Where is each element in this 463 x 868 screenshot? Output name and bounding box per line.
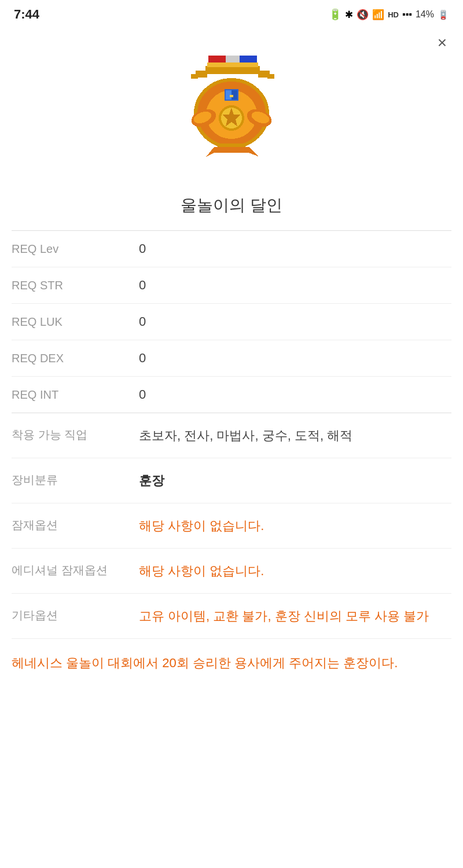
status-time: 7:44 [14, 7, 39, 22]
additional-potential-row: 에디셔널 잠재옵션 해당 사항이 없습니다. [12, 549, 451, 594]
svg-rect-4 [207, 62, 258, 67]
stat-label-lev: REQ Lev [12, 242, 139, 256]
svg-rect-6 [191, 74, 198, 79]
stat-value-lev: 0 [139, 241, 146, 256]
svg-rect-8 [267, 74, 274, 79]
item-title: 울놀이의 달인 [0, 189, 463, 230]
stat-label-int: REQ INT [12, 388, 139, 402]
additional-potential-label: 에디셔널 잠재옵션 [12, 561, 139, 578]
stat-value-luk: 0 [139, 314, 146, 329]
close-button[interactable]: × [438, 35, 447, 51]
equip-jobs-row: 착용 가능 직업 초보자, 전사, 마법사, 궁수, 도적, 해적 [12, 413, 451, 458]
other-options-row: 기타옵션 고유 아이템, 교환 불가, 훈장 신비의 모루 사용 불가 [12, 594, 451, 639]
svg-rect-24 [214, 147, 249, 153]
stat-row-lev: REQ Lev 0 [12, 231, 451, 267]
stat-value-dex: 0 [139, 351, 146, 366]
equip-jobs-value: 초보자, 전사, 마법사, 궁수, 도적, 해적 [139, 426, 451, 445]
signal-icon: ▪▪▪ [402, 9, 412, 20]
wifi-icon: 📶 [372, 9, 384, 21]
equipment-type-label: 장비분류 [12, 471, 139, 488]
stat-value-int: 0 [139, 387, 146, 402]
equip-jobs-label: 착용 가능 직업 [12, 426, 139, 443]
status-icons: 🔋 ✱ 🔇 📶 HD ▪▪▪ 14% 🪫 [329, 8, 449, 21]
bottom-description: 헤네시스 울놀이 대회에서 20회 승리한 용사에게 주어지는 훈장이다. [0, 639, 463, 696]
status-bar: 7:44 🔋 ✱ 🔇 📶 HD ▪▪▪ 14% 🪫 [0, 0, 463, 27]
potential-value: 해당 사항이 없습니다. [139, 516, 451, 535]
stat-label-dex: REQ DEX [12, 352, 139, 365]
hd-label: HD [388, 10, 399, 19]
battery-icon: 🔋 [329, 8, 341, 21]
stat-row-int: REQ INT 0 [12, 377, 451, 413]
bluetooth-icon: ✱ [345, 9, 353, 21]
stat-row-dex: REQ DEX 0 [12, 340, 451, 377]
additional-potential-value: 해당 사항이 없습니다. [139, 561, 451, 580]
battery-pct: 14% [416, 9, 434, 20]
stat-label-luk: REQ LUK [12, 315, 139, 329]
potential-row: 잠재옵션 해당 사항이 없습니다. [12, 503, 451, 549]
other-options-value: 고유 아이템, 교환 불가, 훈장 신비의 모루 사용 불가 [139, 606, 451, 626]
stat-row-str: REQ STR 0 [12, 267, 451, 304]
mute-icon: 🔇 [357, 9, 369, 21]
stat-row-luk: REQ LUK 0 [12, 304, 451, 340]
equipment-type-row: 장비분류 훈장 [12, 458, 451, 503]
equipment-type-value: 훈장 [139, 471, 451, 490]
info-section: 착용 가능 직업 초보자, 전사, 마법사, 궁수, 도적, 해적 장비분류 훈… [0, 413, 463, 639]
svg-marker-26 [249, 147, 259, 157]
item-image [174, 50, 289, 177]
svg-rect-15 [230, 95, 233, 97]
other-options-label: 기타옵션 [12, 606, 139, 623]
description-text: 헤네시스 울놀이 대회에서 20회 승리한 용사에게 주어지는 훈장이다. [12, 653, 451, 673]
potential-label: 잠재옵션 [12, 516, 139, 533]
svg-marker-25 [206, 147, 214, 157]
stat-label-str: REQ STR [12, 279, 139, 292]
item-image-area [0, 27, 463, 189]
battery-bar: 🪫 [438, 9, 449, 20]
svg-rect-3 [205, 66, 260, 74]
stats-section: REQ Lev 0 REQ STR 0 REQ LUK 0 REQ DEX 0 … [0, 231, 463, 413]
stat-value-str: 0 [139, 278, 146, 293]
